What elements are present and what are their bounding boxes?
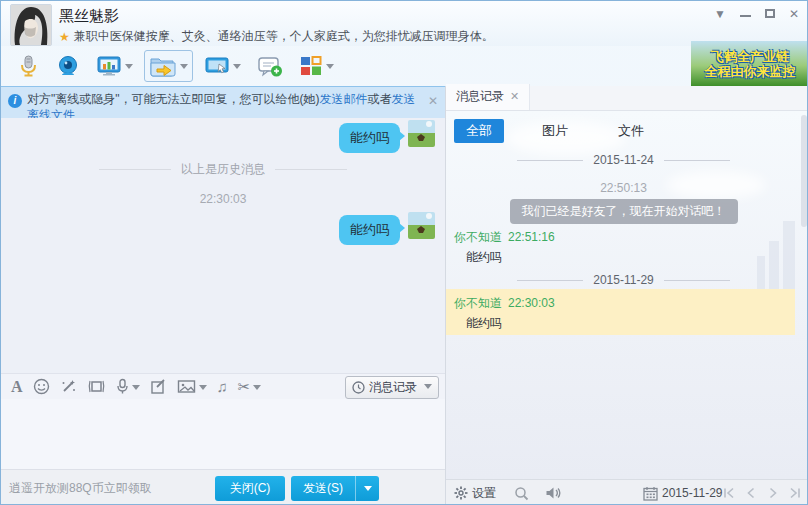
avatar-image [11, 5, 51, 45]
message-bubble[interactable]: 能约吗 [339, 123, 400, 153]
message-history-button[interactable]: 消息记录 [345, 376, 439, 399]
magic-wand-button[interactable] [60, 378, 77, 395]
info-icon: i [8, 94, 22, 108]
create-group-chat-button[interactable] [252, 50, 288, 82]
chevron-down-icon[interactable] [326, 64, 334, 73]
emoji-icon [33, 378, 50, 395]
scrollbar[interactable] [801, 115, 807, 227]
chevron-down-icon[interactable] [180, 64, 188, 73]
clock-icon [352, 381, 365, 394]
voice-icon [116, 378, 129, 395]
image-button[interactable] [177, 378, 207, 395]
close-icon[interactable]: ✕ [428, 93, 438, 109]
font-button[interactable]: A [11, 379, 23, 395]
sender-name[interactable]: 你不知道 [454, 296, 502, 310]
star-icon: ★ [59, 30, 70, 44]
nav-next-icon[interactable] [767, 487, 779, 499]
promo-link[interactable]: 逍遥开放测88Q币立即领取 [9, 480, 152, 497]
landscape-avatar-image [408, 120, 435, 147]
timestamp: 22:30:03 [1, 192, 445, 206]
music-button[interactable]: ♫ [217, 379, 228, 395]
system-message: 我们已经是好友了，现在开始对话吧！ [446, 199, 801, 224]
date-picker-value: 2015-11-29 [662, 486, 723, 500]
left-footer: 逍遥开放测88Q币立即领取 关闭(C) 发送(S) [1, 469, 445, 505]
message-time: 22:30:03 [508, 296, 555, 310]
message-row: 能约吗 [339, 212, 435, 245]
composer-toolbar: A [1, 373, 445, 399]
close-icon[interactable]: ✕ [789, 7, 799, 21]
chevron-down-icon [424, 384, 432, 393]
filter-files[interactable]: 文件 [606, 119, 656, 143]
sound-toggle-button[interactable] [545, 486, 561, 500]
scissors-icon: ✂ [238, 379, 251, 395]
date-label: 2015-11-24 [593, 153, 654, 167]
message-bubble[interactable]: 能约吗 [339, 215, 400, 245]
history-divider: 以上是历史消息 [1, 161, 445, 178]
self-avatar[interactable] [408, 212, 435, 239]
close-chat-button[interactable]: 关闭(C) [215, 476, 285, 501]
message-history-label: 消息记录 [369, 379, 417, 396]
timestamp: 22:50:13 [446, 181, 801, 195]
chevron-down-icon[interactable] [233, 64, 241, 73]
ad-line2: 全程由你来监控 [705, 64, 796, 79]
chevron-down-icon[interactable]: ▼ [714, 7, 726, 21]
chevron-down-icon[interactable] [253, 385, 261, 394]
message-text: 能约吗 [466, 315, 502, 332]
remote-desktop-button[interactable] [199, 50, 246, 82]
file-transfer-icon [149, 54, 177, 78]
maximize-button[interactable] [765, 7, 775, 21]
history-filters: 全部 图片 文件 [454, 119, 656, 143]
chevron-down-icon[interactable] [132, 385, 140, 394]
filter-all[interactable]: 全部 [454, 119, 504, 143]
settings-button[interactable]: 设置 [454, 485, 496, 502]
nav-first-icon[interactable] [723, 487, 735, 499]
message-header: 你不知道22:51:16 [454, 229, 555, 246]
voice-call-button[interactable] [11, 50, 45, 82]
speaker-icon [545, 486, 561, 500]
apps-button[interactable] [294, 50, 339, 82]
chat-history-area[interactable]: 能约吗 以上是历史消息 22:30:03 能约吗 [1, 118, 445, 373]
file-transfer-button[interactable] [144, 50, 193, 82]
voice-message-button[interactable] [116, 378, 140, 395]
notice-conj: 或者 [368, 92, 392, 106]
ad-banner[interactable]: 飞鹤全产业链 全程由你来监控 [691, 41, 808, 86]
send-email-link[interactable]: 发送邮件 [320, 92, 368, 106]
send-options-button[interactable] [355, 476, 379, 501]
gear-icon [454, 486, 468, 500]
avatar[interactable] [10, 4, 52, 46]
send-button[interactable]: 发送(S) [291, 476, 355, 501]
message-header: 你不知道22:30:03 [454, 295, 555, 312]
edit-button[interactable] [150, 378, 167, 395]
date-picker[interactable]: 2015-11-29 [643, 486, 723, 501]
contact-name[interactable]: 黑丝魅影 [59, 7, 119, 26]
close-icon[interactable]: ✕ [510, 90, 519, 103]
minimize-button[interactable] [740, 7, 751, 21]
apps-grid-icon [299, 54, 323, 78]
window-shake-button[interactable] [87, 378, 106, 395]
emoji-button[interactable] [33, 378, 50, 395]
screenshot-button[interactable]: ✂ [238, 379, 262, 395]
history-divider-label: 以上是历史消息 [181, 161, 265, 178]
chevron-down-icon[interactable] [125, 64, 133, 73]
title-bar: 黑丝魅影 ★ 兼职中医保健按摩、艾灸、通络油压等，个人家庭式，为您排忧减压调理身… [1, 1, 808, 46]
message-input[interactable] [1, 399, 445, 469]
screen-share-button[interactable] [91, 50, 138, 82]
search-button[interactable] [514, 486, 529, 501]
sender-name[interactable]: 你不知道 [454, 230, 502, 244]
magic-wand-icon [60, 378, 77, 395]
edit-icon [150, 378, 167, 395]
video-call-button[interactable] [51, 50, 85, 82]
music-icon: ♫ [217, 379, 228, 395]
nav-last-icon[interactable] [789, 487, 801, 499]
self-avatar[interactable] [408, 120, 435, 147]
highlighted-message[interactable]: 你不知道22:30:03 能约吗 [446, 289, 795, 335]
tab-message-history[interactable]: 消息记录 ✕ [446, 84, 530, 110]
chevron-down-icon[interactable] [199, 385, 207, 394]
font-icon: A [11, 379, 23, 395]
nav-prev-icon[interactable] [745, 487, 757, 499]
chat-toolbar [1, 46, 691, 86]
message-text: 能约吗 [466, 249, 502, 266]
ad-line1: 飞鹤全产业链 [711, 49, 789, 64]
history-panel[interactable]: 全部 图片 文件 2015-11-24 22:50:13 我们已经是好友了，现在… [446, 111, 808, 479]
filter-images[interactable]: 图片 [530, 119, 580, 143]
